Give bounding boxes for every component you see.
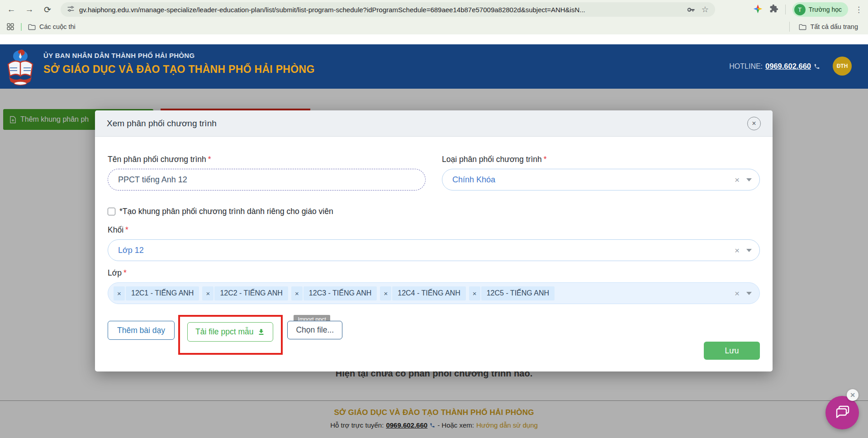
user-avatar[interactable]: ĐTH [833, 57, 852, 76]
type-select-value: Chính Khóa [452, 175, 495, 185]
class-tag: × 12C1 - TIẾNG ANH [114, 286, 199, 300]
all-bookmarks-label: Tất cả dấu trang [810, 23, 858, 30]
required-asterisk: * [208, 155, 211, 164]
toolbar-right-cluster: T Trường học ⋮ [753, 2, 868, 17]
class-tag: × 12C5 - TIẾNG ANH [469, 286, 555, 300]
modal-actions-row: Thêm bài dạy Tải file ppct mẫu Import pp… [108, 315, 760, 355]
password-key-icon[interactable] [687, 5, 695, 14]
required-asterisk: * [123, 268, 127, 277]
tag-label: 12C3 - TIẾNG ANH [304, 286, 377, 300]
download-template-label: Tải file ppct mẫu [195, 327, 253, 337]
modal-close-icon[interactable]: × [747, 117, 761, 130]
add-lesson-button[interactable]: Thêm bài dạy [108, 321, 175, 340]
tag-label: 12C2 - TIẾNG ANH [214, 286, 288, 300]
download-template-button[interactable]: Tải file ppct mẫu [187, 322, 273, 342]
extensions-puzzle-icon[interactable] [769, 4, 778, 15]
address-bar[interactable]: gv.haiphong.edu.vn/manage-specialize/lea… [61, 2, 715, 17]
class-tag: × 12C4 - TIẾNG ANH [380, 286, 465, 300]
type-field-group: Loại phân phối chương trình* Chính Khóa … [442, 155, 760, 190]
required-asterisk: * [544, 155, 547, 164]
hotline-label: HOTLINE: [729, 62, 763, 71]
department-logo [5, 47, 35, 88]
bookmark-label: Các cuộc thi [39, 23, 76, 30]
teacher-checkbox-row: *Tạo khung phân phối chương trình dành r… [108, 207, 760, 216]
clear-icon[interactable]: × [735, 176, 740, 184]
grade-select-value: Lớp 12 [118, 246, 144, 255]
tag-label: 12C4 - TIẾNG ANH [392, 286, 465, 300]
choose-file-button[interactable]: Chọn file... [287, 321, 342, 339]
save-button[interactable]: Lưu [704, 342, 760, 360]
modal-body: Tên phân phối chương trình* PPCT tiếng A… [95, 137, 773, 371]
bookmark-star-icon[interactable]: ☆ [702, 5, 709, 14]
class-tag: × 12C3 - TIẾNG ANH [291, 286, 377, 300]
name-input[interactable]: PPCT tiếng Anh 12 [108, 169, 426, 190]
bookmark-drag-indicator [21, 23, 22, 31]
forward-icon[interactable]: → [23, 3, 36, 16]
class-field-label: Lớp* [108, 268, 760, 278]
page-top-gap [0, 34, 868, 44]
back-icon[interactable]: ← [5, 3, 18, 16]
chat-fab-button[interactable] [825, 396, 859, 429]
grade-select[interactable]: Lớp 12 × [108, 239, 760, 261]
tag-remove-icon[interactable]: × [114, 286, 125, 300]
type-select[interactable]: Chính Khóa × [442, 169, 760, 190]
phone-icon [814, 63, 820, 70]
tag-remove-icon[interactable]: × [469, 286, 480, 300]
site-header: ỦY BAN NHÂN DÂN THÀNH PHỐ HẢI PHÒNG SỞ G… [0, 44, 868, 89]
teacher-checkbox[interactable] [108, 208, 115, 215]
browser-toolbar: ← → ⟳ gv.haiphong.edu.vn/manage-speciali… [0, 0, 868, 19]
bookmark-item-contests[interactable]: Các cuộc thi [24, 23, 79, 30]
import-file-group: Import ppct Chọn file... [287, 321, 342, 339]
tag-label: 12C5 - TIẾNG ANH [481, 286, 555, 300]
class-multiselect[interactable]: × 12C1 - TIẾNG ANH × 12C2 - TIẾNG ANH × … [108, 282, 760, 304]
teacher-checkbox-label: *Tạo khung phân phối chương trình dành r… [119, 207, 333, 216]
class-tag: × 12C2 - TIẾNG ANH [202, 286, 288, 300]
all-bookmarks-item[interactable]: Tất cả dấu trang [795, 23, 862, 30]
name-field-label: Tên phân phối chương trình* [108, 155, 426, 164]
reload-icon[interactable]: ⟳ [41, 3, 54, 16]
tag-remove-icon[interactable]: × [380, 286, 391, 300]
bookmarks-separator [789, 22, 790, 32]
profile-chip[interactable]: T Trường học [792, 2, 848, 17]
apps-grid-icon[interactable] [4, 20, 17, 33]
name-field-group: Tên phân phối chương trình* PPCT tiếng A… [108, 155, 426, 190]
ai-sparkle-icon[interactable] [753, 4, 763, 15]
chevron-down-icon[interactable] [746, 178, 752, 181]
org-name-line1: ỦY BAN NHÂN DÂN THÀNH PHỐ HẢI PHÒNG [43, 52, 194, 59]
type-field-label: Loại phân phối chương trình* [442, 155, 760, 164]
grade-field-label: Khối* [108, 225, 760, 235]
clear-icon[interactable]: × [735, 246, 740, 255]
required-asterisk: * [125, 225, 128, 234]
profile-name: Trường học [809, 6, 842, 13]
tag-remove-icon[interactable]: × [291, 286, 303, 300]
folder-icon [28, 24, 36, 30]
program-schedule-modal: Xem phân phối chương trình × Tên phân ph… [95, 110, 773, 371]
chevron-down-icon[interactable] [746, 292, 752, 295]
chat-close-icon[interactable]: ✕ [847, 389, 859, 401]
tag-label: 12C1 - TIẾNG ANH [126, 286, 199, 300]
chat-icon [833, 404, 851, 421]
site-info-icon[interactable] [67, 5, 75, 14]
bookmarks-bar: Các cuộc thi Tất cả dấu trang [0, 19, 868, 34]
modal-title: Xem phân phối chương trình [107, 119, 217, 129]
download-icon [257, 328, 265, 336]
toolbar-separator [785, 5, 786, 14]
clear-icon[interactable]: × [735, 289, 740, 298]
url-text[interactable]: gv.haiphong.edu.vn/manage-specialize/lea… [79, 6, 680, 14]
chevron-down-icon[interactable] [746, 249, 752, 252]
modal-header: Xem phân phối chương trình × [95, 110, 773, 137]
folder-icon [799, 24, 806, 30]
hotline: HOTLINE: 0969.602.660 [729, 62, 820, 71]
hotline-number[interactable]: 0969.602.660 [765, 62, 811, 71]
profile-avatar: T [794, 4, 806, 15]
annotation-red-box: Tải file ppct mẫu [178, 315, 283, 355]
tag-remove-icon[interactable]: × [202, 286, 213, 300]
org-name-line2: SỞ GIÁO DỤC VÀ ĐÀO TẠO THÀNH PHỐ HẢI PHÒ… [43, 63, 315, 76]
chrome-menu-icon[interactable]: ⋮ [855, 5, 863, 14]
